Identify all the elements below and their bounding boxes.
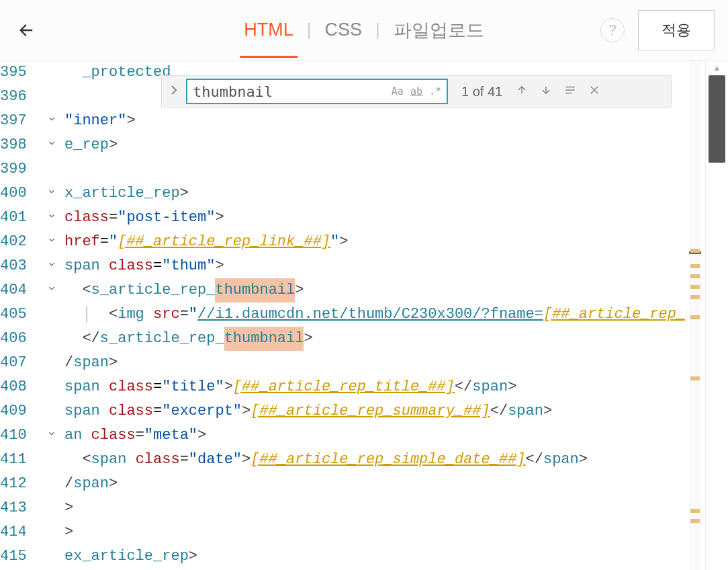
line-number: 395 bbox=[0, 60, 39, 85]
scroll-up-arrow[interactable]: ▲ bbox=[706, 60, 728, 75]
divider: | bbox=[304, 19, 314, 40]
header: HTML | CSS | 파일업로드 ? 적용 bbox=[0, 0, 728, 60]
code-line[interactable]: "inner"> bbox=[64, 109, 728, 133]
overview-mark[interactable] bbox=[690, 509, 700, 513]
overview-mark[interactable] bbox=[690, 376, 700, 380]
code-line[interactable]: > bbox=[64, 496, 728, 520]
chevron-down-icon bbox=[47, 109, 56, 133]
code-line[interactable]: x_article_rep> bbox=[64, 181, 728, 206]
divider: | bbox=[373, 19, 383, 40]
overview-mark[interactable] bbox=[690, 274, 700, 278]
fold-toggle bbox=[47, 302, 64, 327]
line-number: 408 bbox=[0, 375, 39, 399]
selection-filter-button[interactable] bbox=[564, 84, 576, 99]
line-number: 399 bbox=[0, 157, 39, 181]
next-match-button[interactable] bbox=[540, 84, 552, 99]
back-button[interactable] bbox=[13, 17, 40, 44]
overview-mark[interactable] bbox=[690, 519, 700, 523]
search-input-wrap: Aa ab .* bbox=[186, 79, 448, 104]
fold-toggle[interactable] bbox=[47, 206, 64, 230]
code-line[interactable]: /span> bbox=[64, 351, 728, 375]
search-options: Aa ab .* bbox=[392, 85, 441, 97]
fold-toggle[interactable] bbox=[47, 230, 64, 254]
line-number: 413 bbox=[0, 496, 39, 520]
fold-toggle bbox=[47, 496, 64, 520]
code-line[interactable]: │ <img src="//i1.daumcdn.net/thumb/C230x… bbox=[64, 302, 728, 327]
code-line[interactable]: e_rep> bbox=[64, 133, 728, 157]
close-icon bbox=[588, 84, 600, 96]
menu-icon bbox=[564, 84, 576, 96]
fold-toggle bbox=[47, 351, 64, 375]
fold-toggle bbox=[47, 327, 64, 351]
fold-toggle bbox=[47, 85, 64, 109]
prev-match-button[interactable] bbox=[516, 84, 528, 99]
tab-html[interactable]: HTML bbox=[233, 13, 304, 47]
code-line[interactable]: </s_article_rep_thumbnail> bbox=[64, 327, 728, 351]
chevron-down-icon bbox=[47, 230, 56, 254]
fold-toggle[interactable] bbox=[47, 133, 64, 157]
code-line[interactable]: <s_article_rep_thumbnail> bbox=[64, 278, 728, 302]
line-number: 409 bbox=[0, 399, 39, 423]
overview-ruler[interactable] bbox=[689, 60, 701, 570]
apply-button[interactable]: 적용 bbox=[638, 10, 715, 50]
scroll-thumb[interactable] bbox=[709, 75, 725, 163]
code-area[interactable]: 3953963973983994004014024034044054064074… bbox=[0, 60, 728, 570]
overview-mark[interactable] bbox=[690, 285, 700, 289]
chevron-down-icon bbox=[47, 254, 56, 278]
code-line[interactable]: <span class="date">[##_article_rep_simpl… bbox=[64, 448, 728, 472]
close-search-button[interactable] bbox=[588, 84, 600, 99]
code-line[interactable] bbox=[64, 157, 728, 181]
editor[interactable]: Aa ab .* 1 of 41 39539639739839940040140… bbox=[0, 60, 728, 570]
line-number: 406 bbox=[0, 327, 39, 351]
code-line[interactable]: href="[##_article_rep_link_##]"> bbox=[64, 230, 728, 254]
chevron-down-icon bbox=[47, 278, 56, 302]
fold-toggle[interactable] bbox=[47, 254, 64, 278]
line-number: 400 bbox=[0, 181, 39, 206]
search-expand-toggle[interactable] bbox=[167, 85, 181, 98]
chevron-down-icon bbox=[47, 181, 56, 206]
line-number: 412 bbox=[0, 472, 39, 496]
line-number: 411 bbox=[0, 448, 39, 472]
line-number: 397 bbox=[0, 109, 39, 133]
fold-toggle bbox=[47, 399, 64, 423]
arrow-up-icon bbox=[516, 84, 528, 96]
code-line[interactable]: span class="thum"> bbox=[64, 254, 728, 278]
arrow-left-icon bbox=[17, 21, 36, 40]
overview-mark[interactable] bbox=[690, 249, 700, 253]
code-line[interactable]: span class="title">[##_article_rep_title… bbox=[64, 375, 728, 399]
overview-mark[interactable] bbox=[690, 264, 700, 268]
line-number: 404 bbox=[0, 278, 39, 302]
help-button[interactable]: ? bbox=[600, 18, 625, 42]
fold-toggle[interactable] bbox=[47, 278, 64, 302]
fold-toggle[interactable] bbox=[47, 109, 64, 133]
search-input[interactable] bbox=[193, 83, 392, 100]
whole-word-toggle[interactable]: ab bbox=[410, 85, 422, 97]
chevron-down-icon bbox=[47, 423, 56, 448]
fold-toggle bbox=[47, 60, 64, 85]
line-number: 401 bbox=[0, 206, 39, 230]
arrow-down-icon bbox=[540, 84, 552, 96]
fold-toggle[interactable] bbox=[47, 181, 64, 206]
search-nav bbox=[516, 84, 600, 99]
code-line[interactable]: class="post-item"> bbox=[64, 206, 728, 230]
tab-css[interactable]: CSS bbox=[314, 13, 373, 47]
match-case-toggle[interactable]: Aa bbox=[392, 85, 404, 97]
line-number: 410 bbox=[0, 423, 39, 448]
code-line[interactable]: ex_article_rep> bbox=[64, 544, 728, 569]
line-number: 414 bbox=[0, 520, 39, 544]
code-line[interactable]: > bbox=[64, 520, 728, 544]
code-line[interactable]: span class="excerpt">[##_article_rep_sum… bbox=[64, 399, 728, 423]
line-number: 415 bbox=[0, 544, 39, 569]
regex-toggle[interactable]: .* bbox=[429, 85, 441, 97]
code-line[interactable]: an class="meta"> bbox=[64, 423, 728, 448]
fold-toggle bbox=[47, 520, 64, 544]
chevron-down-icon bbox=[47, 133, 56, 157]
fold-toggle bbox=[47, 472, 64, 496]
tab-file-upload[interactable]: 파일업로드 bbox=[383, 11, 495, 49]
vertical-scrollbar[interactable]: ▲ bbox=[705, 60, 728, 570]
overview-mark[interactable] bbox=[690, 295, 700, 299]
search-count: 1 of 41 bbox=[453, 84, 510, 99]
overview-mark[interactable] bbox=[690, 315, 700, 319]
fold-toggle[interactable] bbox=[47, 423, 64, 448]
code-line[interactable]: /span> bbox=[64, 472, 728, 496]
